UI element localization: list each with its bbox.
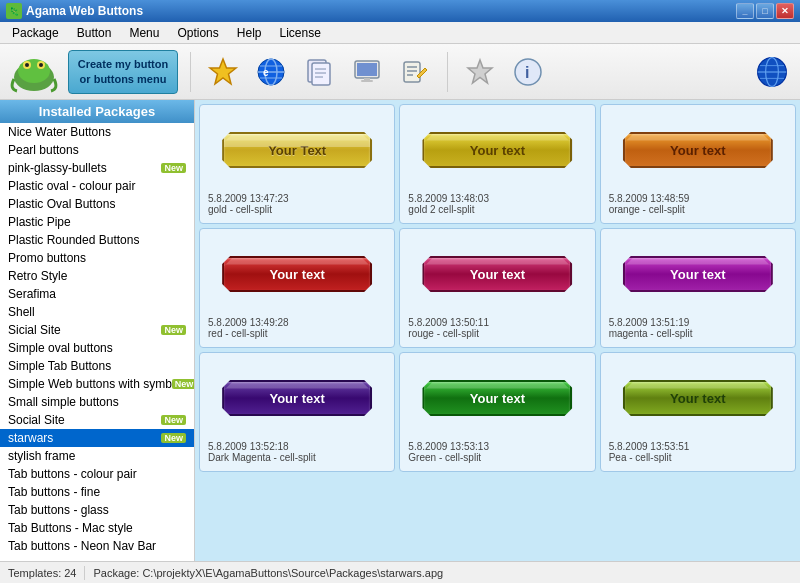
- create-button[interactable]: Create my button or buttons menu: [68, 50, 178, 94]
- sidebar-item-1[interactable]: Pearl buttons: [0, 141, 194, 159]
- pages-icon-button[interactable]: [299, 52, 339, 92]
- sidebar-item-20[interactable]: Tab buttons - fine: [0, 483, 194, 501]
- svg-point-1: [18, 59, 50, 83]
- sidebar-item-4[interactable]: Plastic Oval Buttons: [0, 195, 194, 213]
- sidebar-item-7[interactable]: Promo buttons: [0, 249, 194, 267]
- preview-button-7: Your text: [422, 380, 572, 416]
- svg-marker-27: [468, 60, 492, 83]
- sidebar-item-5[interactable]: Plastic Pipe: [0, 213, 194, 231]
- window-controls: _ □ ✕: [736, 3, 794, 19]
- sidebar-item-10[interactable]: Shell: [0, 303, 194, 321]
- browser-icon-button[interactable]: e: [251, 52, 291, 92]
- sidebar-item-9[interactable]: Serafima: [0, 285, 194, 303]
- package-path: Package: C:\projektyX\E\AgamaButtons\Sou…: [93, 567, 443, 579]
- sidebar-item-0[interactable]: Nice Water Buttons: [0, 123, 194, 141]
- globe-icon-button[interactable]: [752, 52, 792, 92]
- menu-button[interactable]: Button: [69, 24, 120, 42]
- preview-button-1: Your text: [422, 132, 572, 168]
- preview-button-8: Your text: [623, 380, 773, 416]
- main-content: Installed Packages Nice Water ButtonsPea…: [0, 100, 800, 561]
- preview-button-5: Your text: [623, 256, 773, 292]
- svg-text:i: i: [525, 64, 529, 81]
- svg-point-4: [25, 63, 29, 67]
- toolbar: Create my button or buttons menu e i: [0, 44, 800, 100]
- toolbar-separator-1: [190, 52, 191, 92]
- toolbar-separator-2: [447, 52, 448, 92]
- button-card-0[interactable]: Your Text5.8.2009 13:47:23gold - cell-sp…: [199, 104, 395, 224]
- sidebar: Installed Packages Nice Water ButtonsPea…: [0, 100, 195, 561]
- templates-count: Templates: 24: [8, 567, 76, 579]
- sidebar-item-12[interactable]: Simple oval buttons: [0, 339, 194, 357]
- sidebar-title: Installed Packages: [0, 100, 194, 123]
- button-card-8[interactable]: Your text5.8.2009 13:53:51Pea - cell-spl…: [600, 352, 796, 472]
- app-logo: [8, 48, 60, 96]
- close-button[interactable]: ✕: [776, 3, 794, 19]
- button-card-2[interactable]: Your text5.8.2009 13:48:59orange - cell-…: [600, 104, 796, 224]
- sidebar-item-6[interactable]: Plastic Rounded Buttons: [0, 231, 194, 249]
- button-card-6[interactable]: Your text5.8.2009 13:52:18Dark Magenta -…: [199, 352, 395, 472]
- svg-text:e: e: [263, 67, 269, 78]
- preview-button-2: Your text: [623, 132, 773, 168]
- sidebar-item-2[interactable]: pink-glassy-bulletsNew: [0, 159, 194, 177]
- bookmark-icon-button[interactable]: [460, 52, 500, 92]
- svg-rect-15: [312, 63, 330, 85]
- button-card-1[interactable]: Your text5.8.2009 13:48:03gold 2 cell-sp…: [399, 104, 595, 224]
- preview-button-4: Your text: [422, 256, 572, 292]
- preview-button-3: Your text: [222, 256, 372, 292]
- menu-help[interactable]: Help: [229, 24, 270, 42]
- window-title: Agama Web Buttons: [26, 4, 736, 18]
- sidebar-item-16[interactable]: Social SiteNew: [0, 411, 194, 429]
- sidebar-item-19[interactable]: Tab buttons - colour pair: [0, 465, 194, 483]
- menu-package[interactable]: Package: [4, 24, 67, 42]
- sidebar-list: Nice Water ButtonsPearl buttonspink-glas…: [0, 123, 194, 561]
- button-grid: Your Text5.8.2009 13:47:23gold - cell-sp…: [195, 100, 800, 561]
- sidebar-item-13[interactable]: Simple Tab Buttons: [0, 357, 194, 375]
- button-card-3[interactable]: Your text5.8.2009 13:49:28red - cell-spl…: [199, 228, 395, 348]
- sidebar-item-11[interactable]: Sicial SiteNew: [0, 321, 194, 339]
- star-icon-button[interactable]: [203, 52, 243, 92]
- preview-button-6: Your text: [222, 380, 372, 416]
- edit-icon-button[interactable]: [395, 52, 435, 92]
- svg-rect-20: [357, 63, 377, 76]
- app-icon: 🦎: [6, 3, 22, 19]
- sidebar-item-8[interactable]: Retro Style: [0, 267, 194, 285]
- svg-rect-22: [361, 80, 373, 82]
- monitor-icon-button[interactable]: [347, 52, 387, 92]
- svg-marker-6: [210, 59, 236, 84]
- sidebar-item-22[interactable]: Tab Buttons - Mac style: [0, 519, 194, 537]
- minimize-button[interactable]: _: [736, 3, 754, 19]
- sidebar-item-17[interactable]: starwarsNew: [0, 429, 194, 447]
- sidebar-item-18[interactable]: stylish frame: [0, 447, 194, 465]
- info-icon-button[interactable]: i: [508, 52, 548, 92]
- sidebar-item-3[interactable]: Plastic oval - colour pair: [0, 177, 194, 195]
- menu-license[interactable]: License: [271, 24, 328, 42]
- status-bar: Templates: 24 Package: C:\projektyX\E\Ag…: [0, 561, 800, 583]
- button-card-4[interactable]: Your text5.8.2009 13:50:11rouge - cell-s…: [399, 228, 595, 348]
- menu-bar: Package Button Menu Options Help License: [0, 22, 800, 44]
- sidebar-item-23[interactable]: Tab buttons - Neon Nav Bar: [0, 537, 194, 555]
- button-card-7[interactable]: Your text5.8.2009 13:53:13Green - cell-s…: [399, 352, 595, 472]
- maximize-button[interactable]: □: [756, 3, 774, 19]
- svg-point-5: [39, 63, 43, 67]
- sidebar-item-14[interactable]: Simple Web buttons with symbNew: [0, 375, 194, 393]
- title-bar: 🦎 Agama Web Buttons _ □ ✕: [0, 0, 800, 22]
- button-card-5[interactable]: Your text5.8.2009 13:51:19magenta - cell…: [600, 228, 796, 348]
- preview-button-0: Your Text: [222, 132, 372, 168]
- sidebar-item-15[interactable]: Small simple buttons: [0, 393, 194, 411]
- menu-menu[interactable]: Menu: [121, 24, 167, 42]
- menu-options[interactable]: Options: [169, 24, 226, 42]
- svg-rect-23: [404, 62, 420, 82]
- sidebar-item-21[interactable]: Tab buttons - glass: [0, 501, 194, 519]
